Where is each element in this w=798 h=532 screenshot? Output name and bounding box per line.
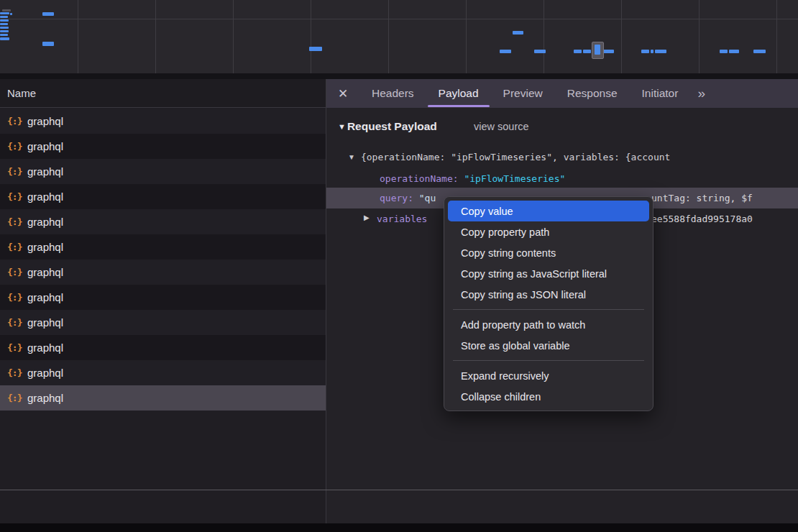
variables-key: variables — [377, 214, 427, 224]
menu-item-copy-string-as-json-literal[interactable]: Copy string as JSON literal — [448, 284, 649, 305]
payload-preview-text: {operationName: "ipFlowTimeseries", vari… — [361, 152, 670, 162]
request-row[interactable]: {:}graphql — [0, 209, 326, 234]
request-row[interactable]: {:}graphql — [0, 234, 326, 260]
timeline-request-bar — [583, 50, 591, 53]
request-row[interactable]: {:}graphql — [0, 159, 326, 184]
request-row[interactable]: {:}graphql — [0, 285, 326, 310]
json-file-icon: {:} — [0, 191, 27, 202]
menu-item-copy-value[interactable]: Copy value — [448, 201, 649, 221]
request-name-label: graphql — [27, 392, 63, 404]
request-list-panel: Name {:}graphql{:}graphql{:}graphql{:}gr… — [0, 79, 326, 523]
section-title: Request Payload — [347, 120, 437, 133]
json-file-icon: {:} — [0, 342, 27, 353]
json-file-icon: {:} — [0, 393, 27, 403]
timeline-request-bar — [0, 27, 9, 29]
menu-separator — [453, 360, 644, 361]
request-row[interactable]: {:}graphql — [0, 134, 326, 159]
bottom-separator — [0, 490, 798, 490]
menu-item-expand-recursively[interactable]: Expand recursively — [448, 365, 649, 386]
menu-item-add-property-path-to-watch[interactable]: Add property path to watch — [448, 314, 649, 335]
request-row[interactable]: {:}graphql — [0, 385, 326, 411]
json-file-icon: {:} — [0, 216, 27, 227]
request-row[interactable]: {:}graphql — [0, 360, 326, 385]
request-name-label: graphql — [27, 291, 63, 303]
timeline-gridline — [311, 0, 311, 73]
timeline-selected-bar — [595, 45, 600, 55]
request-list-rows: {:}graphql{:}graphql{:}graphql{:}graphql… — [0, 109, 326, 411]
timeline-request-bar — [602, 50, 614, 53]
timeline-request-bar — [42, 12, 54, 16]
json-file-icon: {:} — [0, 267, 27, 278]
view-source-link[interactable]: view source — [474, 121, 529, 132]
json-file-icon: {:} — [0, 292, 27, 303]
query-key: query: — [380, 193, 419, 203]
operation-name-key: operationName: — [380, 173, 464, 184]
timeline-horizontal-gridline — [0, 19, 798, 19]
timeline-bottom-strip — [0, 73, 798, 79]
query-value-right-fragment: untTag: string, $f — [651, 193, 753, 203]
timeline-request-bar — [651, 50, 653, 53]
tab-payload[interactable]: Payload — [426, 79, 491, 108]
timeline-request-bar — [0, 12, 9, 14]
request-row[interactable]: {:}graphql — [0, 109, 326, 134]
request-name-label: graphql — [27, 266, 63, 278]
tab-response[interactable]: Response — [555, 79, 630, 108]
menu-item-copy-string-as-javascript-literal[interactable]: Copy string as JavaScript literal — [448, 263, 649, 284]
name-column-header[interactable]: Name — [0, 79, 326, 108]
timeline-request-bar — [574, 50, 582, 53]
json-file-icon: {:} — [0, 116, 27, 127]
network-overview-timeline[interactable] — [0, 0, 798, 73]
name-column-label: Name — [0, 87, 36, 99]
request-row[interactable]: {:}graphql — [0, 335, 326, 360]
timeline-gridline — [466, 0, 467, 73]
tab-headers[interactable]: Headers — [359, 79, 426, 108]
json-file-icon: {:} — [0, 317, 27, 328]
variables-value-right-fragment: ee5588fdad995178a0 — [651, 214, 753, 224]
timeline-request-bar — [500, 50, 511, 53]
operation-name-row[interactable]: operationName: "ipFlowTimeseries" — [380, 168, 565, 189]
root-expander-icon[interactable]: ▼ — [348, 153, 355, 161]
timeline-request-bar — [10, 13, 12, 15]
timeline-selected-bar-marker — [592, 42, 604, 59]
json-file-icon: {:} — [0, 367, 27, 378]
json-file-icon: {:} — [0, 141, 27, 152]
timeline-request-bar — [0, 30, 9, 32]
tab-initiator[interactable]: Initiator — [630, 79, 691, 108]
context-menu: Copy valueCopy property pathCopy string … — [444, 196, 653, 411]
timeline-gridline — [78, 0, 78, 73]
timeline-request-bar — [0, 37, 9, 40]
timeline-request-bar — [309, 47, 322, 51]
timeline-request-bar — [0, 16, 8, 18]
variables-expander-icon[interactable]: ▶ — [364, 214, 370, 221]
timeline-request-bar — [2, 9, 11, 12]
more-tabs-icon[interactable]: » — [697, 79, 704, 108]
request-payload-section-header[interactable]: ▼ Request Payload — [338, 120, 437, 133]
request-name-label: graphql — [27, 191, 63, 203]
request-name-label: graphql — [27, 316, 63, 329]
payload-root-row[interactable]: ▼ {operationName: "ipFlowTimeseries", va… — [348, 147, 798, 168]
close-icon[interactable]: ✕ — [326, 79, 359, 108]
request-name-label: graphql — [27, 341, 63, 354]
timeline-request-bar — [729, 50, 739, 53]
timeline-request-bar — [641, 50, 649, 53]
request-name-label: graphql — [27, 165, 63, 178]
menu-item-store-as-global-variable[interactable]: Store as global variable — [448, 335, 649, 356]
timeline-gridline — [233, 0, 234, 73]
menu-item-copy-property-path[interactable]: Copy property path — [448, 221, 649, 242]
menu-item-collapse-children[interactable]: Collapse children — [448, 386, 649, 407]
tab-preview[interactable]: Preview — [491, 79, 555, 108]
timeline-gridline — [544, 0, 544, 73]
timeline-gridline — [621, 0, 622, 73]
timeline-request-bar — [0, 34, 8, 36]
json-file-icon: {:} — [0, 242, 27, 252]
request-row[interactable]: {:}graphql — [0, 260, 326, 285]
timeline-request-bar — [655, 50, 666, 53]
timeline-request-bar — [42, 42, 54, 46]
menu-item-copy-string-contents[interactable]: Copy string contents — [448, 242, 649, 263]
request-row[interactable]: {:}graphql — [0, 310, 326, 335]
request-row[interactable]: {:}graphql — [0, 184, 326, 209]
request-name-label: graphql — [27, 140, 63, 152]
bottom-bar — [0, 523, 798, 532]
timeline-gridline — [388, 0, 389, 73]
timeline-request-bar — [0, 19, 9, 22]
